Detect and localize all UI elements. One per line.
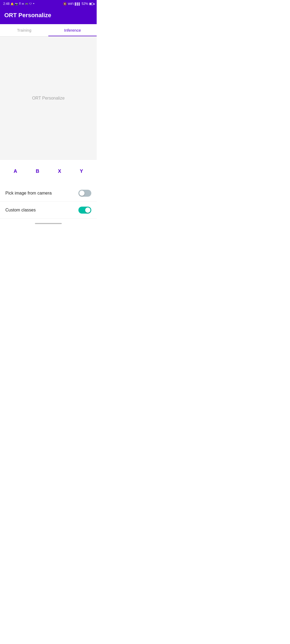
t-mobile-icon: T: [19, 2, 21, 5]
app-bar: ORT Personalize: [0, 8, 97, 24]
settings-section: Pick image from camera Custom classes: [0, 183, 97, 221]
toggle-pick-camera[interactable]: [78, 190, 91, 197]
game-icon: 🎮: [25, 2, 28, 5]
battery-percentage: 52%: [82, 2, 88, 6]
tab-inference[interactable]: Inference: [48, 24, 97, 36]
image-placeholder-text: ORT Personalize: [32, 96, 64, 101]
wifi-icon: WiFi: [68, 2, 74, 5]
class-button-x[interactable]: X: [54, 166, 66, 176]
status-bar: 2:48 🔔 📷 T ✉ 🎮 🛡 • 🔇 WiFi ▌▌▌ 52%: [0, 0, 97, 8]
app-title: ORT Personalize: [4, 12, 51, 19]
nav-handle: [35, 223, 62, 224]
bottom-nav: [0, 221, 97, 226]
signal-icon: ▌▌▌: [75, 2, 81, 5]
setting-pick-camera-label: Pick image from camera: [5, 191, 52, 196]
status-time: 2:48: [3, 2, 9, 6]
class-buttons-row: A B X Y: [0, 160, 97, 183]
mail-icon: ✉: [22, 2, 24, 5]
image-placeholder[interactable]: ORT Personalize: [0, 36, 97, 160]
dot-icon: •: [33, 2, 34, 6]
toggle-pick-camera-thumb: [79, 191, 85, 196]
class-button-a[interactable]: A: [9, 166, 21, 176]
battery-icon: [89, 2, 93, 6]
status-left: 2:48 🔔 📷 T ✉ 🎮 🛡 •: [3, 2, 34, 6]
shield-icon: 🛡: [29, 2, 32, 5]
setting-pick-camera: Pick image from camera: [0, 185, 97, 202]
toggle-custom-classes-thumb: [85, 207, 90, 213]
main-content: ORT Personalize A B X Y Pick image from …: [0, 36, 97, 221]
status-right: 🔇 WiFi ▌▌▌ 52%: [63, 2, 93, 6]
toggle-custom-classes[interactable]: [78, 207, 91, 214]
class-button-y[interactable]: Y: [75, 166, 87, 176]
setting-custom-classes-label: Custom classes: [5, 208, 36, 213]
tab-training[interactable]: Training: [0, 24, 48, 36]
mute-icon: 🔇: [63, 2, 67, 6]
class-button-b[interactable]: B: [31, 166, 44, 176]
tab-bar: Training Inference: [0, 24, 97, 36]
notification-icon: 🔔: [10, 2, 14, 5]
setting-custom-classes: Custom classes: [0, 202, 97, 219]
media-icon: 📷: [15, 2, 18, 5]
